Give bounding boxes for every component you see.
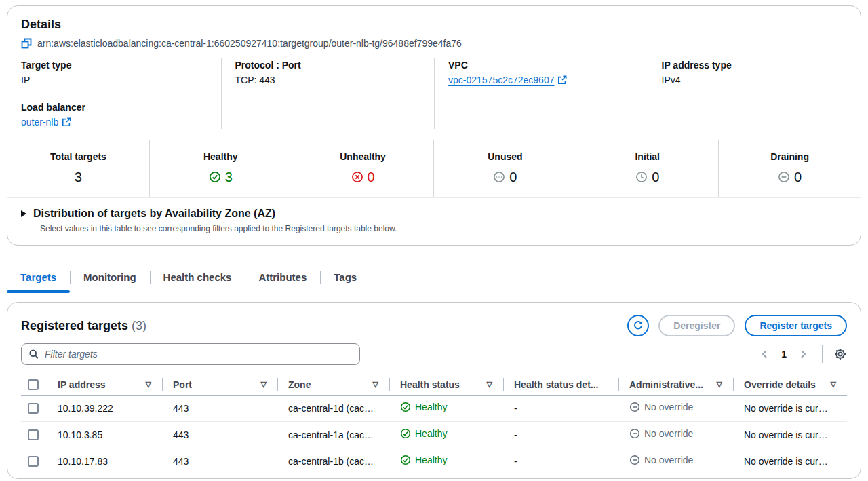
cell-health-status: Healthy xyxy=(389,395,503,421)
cell-health-status: Healthy xyxy=(389,448,503,474)
stat-total-targets: Total targets 3 xyxy=(7,140,149,197)
stat-healthy: Healthy 3 xyxy=(149,140,292,197)
check-circle-icon xyxy=(400,455,411,465)
row-checkbox[interactable] xyxy=(28,403,39,414)
ellipsis-circle-icon xyxy=(493,171,505,183)
az-distribution-subtitle: Select values in this table to see corre… xyxy=(40,224,847,234)
row-checkbox[interactable] xyxy=(28,429,39,440)
cell-port: 443 xyxy=(162,395,277,421)
load-balancer-link[interactable]: outer-nlb xyxy=(21,115,71,129)
previous-page-button[interactable] xyxy=(757,346,773,362)
register-targets-button[interactable]: Register targets xyxy=(745,315,847,336)
registered-targets-count: (3) xyxy=(132,319,146,332)
filter-targets-box xyxy=(21,343,360,365)
row-checkbox[interactable] xyxy=(28,456,39,467)
az-distribution-title: Distribution of targets by Availability … xyxy=(33,207,275,220)
arn-row: arn:aws:elasticloadbalancing:ca-central-… xyxy=(21,37,847,50)
vpc-label: VPC xyxy=(448,58,634,72)
sort-icon: ▽ xyxy=(487,380,492,389)
cell-ip-address: 10.10.3.85 xyxy=(47,421,162,448)
gear-icon[interactable] xyxy=(833,347,847,361)
toolbar-divider xyxy=(822,345,823,363)
column-header-administrative-override[interactable]: Administrative...▽ xyxy=(618,374,733,395)
az-distribution-toggle[interactable]: Distribution of targets by Availability … xyxy=(21,207,847,220)
ip-address-type-label: IP address type xyxy=(662,58,848,72)
details-grid: Target type IP Load balancer outer-nlb xyxy=(7,58,861,140)
column-header-health-status[interactable]: Health status▽ xyxy=(389,374,503,395)
column-header-ip-address[interactable]: IP address▽ xyxy=(47,374,162,395)
sort-icon: ▽ xyxy=(373,380,378,389)
az-distribution-section: Distribution of targets by Availability … xyxy=(7,198,861,245)
cell-port: 443 xyxy=(162,421,277,448)
target-health-summary: Total targets 3 Healthy 3 Unhealthy xyxy=(7,140,861,198)
table-row: 10.10.17.83 443 ca-central-1b (cac… Heal… xyxy=(21,448,847,474)
x-circle-icon xyxy=(351,171,363,183)
column-header-health-status-details[interactable]: Health status det... xyxy=(503,374,618,395)
sort-icon: ▽ xyxy=(717,380,722,389)
cell-administrative-override: No override xyxy=(618,421,733,448)
table-row: 10.10.3.85 443 ca-central-1a (cac… Healt… xyxy=(21,421,847,448)
stat-draining: Draining 0 xyxy=(718,140,861,197)
column-header-port[interactable]: Port▽ xyxy=(162,374,277,395)
tab-health-checks[interactable]: Health checks xyxy=(150,265,245,292)
cell-health-status: Healthy xyxy=(389,421,503,448)
filter-targets-input[interactable] xyxy=(45,349,353,360)
check-circle-icon xyxy=(400,428,411,439)
registered-targets-table: IP address▽ Port▽ Zone▽ Health status▽ H… xyxy=(21,374,847,474)
protocol-port-label: Protocol : Port xyxy=(235,58,421,72)
tab-monitoring[interactable]: Monitoring xyxy=(70,265,149,292)
check-circle-icon xyxy=(209,171,221,183)
select-all-checkbox[interactable] xyxy=(28,379,39,390)
minus-circle-icon xyxy=(629,428,640,439)
sort-icon: ▽ xyxy=(146,380,151,389)
sort-icon: ▽ xyxy=(831,380,836,389)
clock-icon xyxy=(635,171,648,183)
search-icon xyxy=(28,349,39,360)
cell-ip-address: 10.10.17.83 xyxy=(47,448,162,474)
check-circle-icon xyxy=(400,402,411,412)
deregister-button[interactable]: Deregister xyxy=(658,315,735,336)
cell-override-details: No override is cur… xyxy=(733,421,847,448)
column-header-zone[interactable]: Zone▽ xyxy=(277,374,389,395)
cell-ip-address: 10.10.39.222 xyxy=(47,395,162,421)
target-group-arn: arn:aws:elasticloadbalancing:ca-central-… xyxy=(37,37,462,50)
registered-targets-panel: Registered targets (3) Deregister Regist… xyxy=(7,302,861,479)
minus-circle-icon xyxy=(629,402,640,412)
column-header-override-details[interactable]: Override details▽ xyxy=(733,374,847,395)
cell-administrative-override: No override xyxy=(618,448,733,474)
stat-unused: Unused 0 xyxy=(433,140,576,197)
cell-zone: ca-central-1d (cac… xyxy=(277,395,389,421)
external-link-icon xyxy=(557,75,567,85)
target-type-value: IP xyxy=(21,73,208,87)
tab-attributes[interactable]: Attributes xyxy=(245,265,320,292)
cell-health-status-details: - xyxy=(503,395,618,421)
refresh-button[interactable] xyxy=(627,315,649,336)
cell-health-status-details: - xyxy=(503,448,618,474)
load-balancer-label: Load balancer xyxy=(21,100,208,114)
table-row: 10.10.39.222 443 ca-central-1d (cac… Hea… xyxy=(21,395,847,421)
ip-address-type-value: IPv4 xyxy=(662,73,848,87)
caret-right-icon xyxy=(21,210,26,217)
next-page-button[interactable] xyxy=(795,346,811,362)
details-title: Details xyxy=(21,17,847,32)
external-link-icon xyxy=(62,117,71,127)
stat-unhealthy: Unhealthy 0 xyxy=(292,140,434,197)
target-type-label: Target type xyxy=(21,58,208,72)
vpc-link[interactable]: vpc-021575c2c72ec9607 xyxy=(448,73,567,87)
current-page-number: 1 xyxy=(776,349,792,360)
targets-table-body: 10.10.39.222 443 ca-central-1d (cac… Hea… xyxy=(21,395,847,474)
copy-icon[interactable] xyxy=(21,38,32,49)
tab-tags[interactable]: Tags xyxy=(320,265,370,292)
refresh-icon xyxy=(632,320,644,332)
protocol-port-value: TCP: 443 xyxy=(235,73,421,87)
stat-initial: Initial 0 xyxy=(576,140,718,197)
cell-zone: ca-central-1b (cac… xyxy=(277,448,389,474)
tab-targets[interactable]: Targets xyxy=(7,265,70,292)
details-panel: Details arn:aws:elasticloadbalancing:ca-… xyxy=(7,5,861,246)
cell-administrative-override: No override xyxy=(618,395,733,421)
minus-circle-icon xyxy=(778,171,790,183)
cell-zone: ca-central-1a (cac… xyxy=(277,421,389,448)
cell-port: 443 xyxy=(162,448,277,474)
cell-override-details: No override is cur… xyxy=(733,395,847,421)
tab-bar: Targets Monitoring Health checks Attribu… xyxy=(7,265,861,292)
